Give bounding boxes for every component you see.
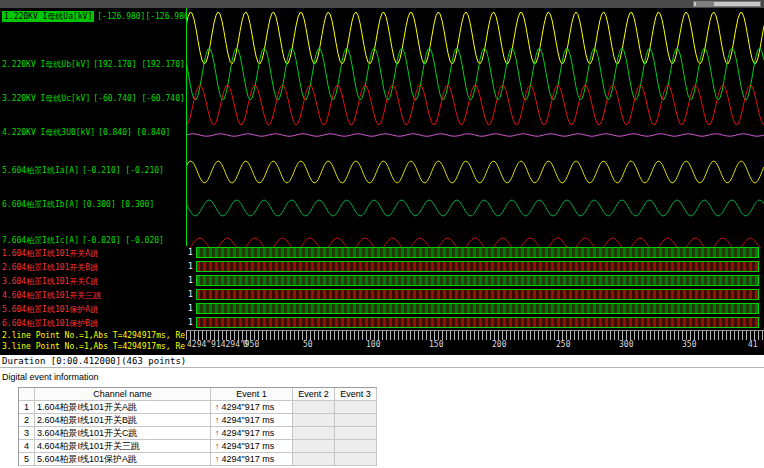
digital-channel-label[interactable]: 5.604柏景I线101保护A跳 bbox=[2, 304, 98, 315]
digital-channel-row[interactable]: 5.604柏景I线101保护A跳1 bbox=[0, 302, 764, 316]
channel-values: [0.300] [0.300] bbox=[82, 200, 154, 209]
analog-channel-row[interactable]: 4.220KV I母线3U0[kV][0.840] [0.840] bbox=[2, 127, 170, 139]
event-time: 4294"917 ms bbox=[222, 415, 275, 425]
channel-values: [-126.980][-126.980] bbox=[97, 12, 186, 21]
event2-cell[interactable] bbox=[293, 440, 335, 453]
event-time: 4294"917 ms bbox=[222, 402, 275, 412]
event3-cell[interactable] bbox=[335, 401, 377, 414]
digital-trace[interactable] bbox=[196, 303, 759, 314]
event-time: 4294"917 ms bbox=[222, 428, 275, 438]
event2-cell[interactable] bbox=[293, 453, 335, 466]
row-number: 3 bbox=[19, 427, 35, 440]
channel-name-cell[interactable]: 5.604柏景I线101保护A跳 bbox=[35, 453, 211, 466]
channel-label[interactable]: 4.220KV I母线3U0[kV] bbox=[2, 128, 95, 137]
event3-cell[interactable] bbox=[335, 427, 377, 440]
analog-channel-row[interactable]: 1.220KV I母线Ua[kV][-126.980][-126.980] bbox=[2, 11, 186, 23]
channel-values: [0.840] [0.840] bbox=[98, 128, 170, 137]
table-header-num bbox=[19, 388, 35, 401]
channel-values: [-60.740] [-60.740] bbox=[93, 94, 185, 103]
channel-label[interactable]: 3.220KV I母线Uc[kV] bbox=[2, 94, 90, 103]
digital-channel-row[interactable]: 3.604柏景I线101开关C跳1 bbox=[0, 274, 764, 288]
table-header-event2: Event 2 bbox=[293, 388, 335, 401]
timeline-prefix: 4294"914294"950 bbox=[187, 340, 259, 349]
event-table: Channel name Event 1 Event 2 Event 3 1 1… bbox=[18, 387, 377, 466]
analog-channel-row[interactable]: 5.604柏景I线Ia[A][-0.210] [-0.210] bbox=[2, 165, 164, 177]
row-number: 2 bbox=[19, 414, 35, 427]
digital-channel-label[interactable]: 6.604柏景I线101保护B跳 bbox=[2, 318, 98, 329]
digital-channel-label[interactable]: 2.604柏景I线101开关B跳 bbox=[2, 262, 98, 273]
cursor-status-line: 2.line Point No.=1,Abs T=4294917ms, Rel … bbox=[2, 331, 185, 340]
channel-name-cell[interactable]: 4.604柏景I线101开关三跳 bbox=[35, 440, 211, 453]
top-toolbar bbox=[0, 0, 764, 8]
channel-values: [-0.020] [-0.020] bbox=[82, 236, 164, 245]
duration-bar: Duration [0:00.412000](463 points) bbox=[0, 355, 764, 368]
timeline-tick: 250 bbox=[556, 340, 570, 349]
event1-cell[interactable]: ↑4294"917 ms bbox=[211, 427, 293, 440]
timeline-tick: 300 bbox=[619, 340, 633, 349]
event-time: 4294"917 ms bbox=[222, 454, 275, 464]
table-header-channel: Channel name bbox=[35, 388, 211, 401]
event-time: 4294"917 ms bbox=[222, 441, 275, 451]
timeline-tick: 350 bbox=[682, 340, 696, 349]
channel-values: [-0.210] [-0.210] bbox=[82, 166, 164, 175]
event1-cell[interactable]: ↑4294"917 ms bbox=[211, 440, 293, 453]
event1-cell[interactable]: ↑4294"917 ms bbox=[211, 453, 293, 466]
channel-label[interactable]: 5.604柏景I线Ia[A] bbox=[2, 166, 79, 175]
rising-edge-icon: ↑ bbox=[215, 428, 220, 438]
analog-channel-row[interactable]: 2.220KV I母线Ub[kV][192.170] [192.170] bbox=[2, 59, 185, 71]
timeline-tick: 150 bbox=[429, 340, 443, 349]
analog-channel-row[interactable]: 3.220KV I母线Uc[kV][-60.740] [-60.740] bbox=[2, 93, 185, 105]
digital-trace[interactable] bbox=[196, 247, 759, 258]
waveform-display-area[interactable]: 1.220KV I母线Ua[kV][-126.980][-126.980] 2.… bbox=[0, 8, 764, 355]
row-number: 5 bbox=[19, 453, 35, 466]
event3-cell[interactable] bbox=[335, 440, 377, 453]
timeline-tick: 200 bbox=[492, 340, 506, 349]
digital-trace[interactable] bbox=[196, 275, 759, 286]
channel-name-cell[interactable]: 3.604柏景I线101开关C跳 bbox=[35, 427, 211, 440]
channel-label[interactable]: 7.604柏景I线Ic[A] bbox=[2, 236, 79, 245]
analog-channel-row[interactable]: 6.604柏景I线Ib[A][0.300] [0.300] bbox=[2, 199, 154, 211]
digital-channel-row[interactable]: 4.604柏景I线101开关三跳1 bbox=[0, 288, 764, 302]
row-number: 1 bbox=[19, 401, 35, 414]
channel-name-cell[interactable]: 2.604柏景I线101开关B跳 bbox=[35, 414, 211, 427]
horizontal-scrollbar[interactable] bbox=[693, 1, 761, 7]
digital-channel-row[interactable]: 1.604柏景I线101开关A跳1 bbox=[0, 246, 764, 260]
row-number: 4 bbox=[19, 440, 35, 453]
digital-channel-label[interactable]: 4.604柏景I线101开关三跳 bbox=[2, 290, 101, 301]
digital-channel-row[interactable]: 6.604柏景I线101保护B跳1 bbox=[0, 316, 764, 330]
analog-waveform-plot[interactable] bbox=[186, 8, 764, 248]
waveform-analyzer-window: 1.220KV I母线Ua[kV][-126.980][-126.980] 2.… bbox=[0, 0, 764, 468]
timeline-tick: 41 bbox=[748, 340, 758, 349]
digital-channel-row[interactable]: 2.604柏景I线101开关B跳1 bbox=[0, 260, 764, 274]
rising-edge-icon: ↑ bbox=[215, 441, 220, 451]
digital-value: 1 bbox=[188, 304, 193, 313]
event3-cell[interactable] bbox=[335, 453, 377, 466]
event1-cell[interactable]: ↑4294"917 ms bbox=[211, 414, 293, 427]
digital-trace[interactable] bbox=[196, 289, 759, 300]
event2-cell[interactable] bbox=[293, 414, 335, 427]
timeline-tick: 100 bbox=[366, 340, 380, 349]
time-ruler[interactable] bbox=[186, 330, 764, 340]
channel-label[interactable]: 1.220KV I母线Ua[kV] bbox=[2, 11, 94, 22]
cursor-status-line: 3.line Point No.=1,Abs T=4294917ms, Rel … bbox=[2, 342, 185, 351]
scrollbar-thumb[interactable] bbox=[696, 2, 714, 6]
digital-value: 1 bbox=[188, 262, 193, 271]
digital-channel-label[interactable]: 3.604柏景I线101开关C跳 bbox=[2, 276, 98, 287]
channel-label[interactable]: 6.604柏景I线Ib[A] bbox=[2, 200, 79, 209]
digital-value: 1 bbox=[188, 276, 193, 285]
table-header-event1: Event 1 bbox=[211, 388, 293, 401]
event3-cell[interactable] bbox=[335, 414, 377, 427]
digital-channel-label[interactable]: 1.604柏景I线101开关A跳 bbox=[2, 248, 98, 259]
duration-text: Duration [0:00.412000](463 points) bbox=[2, 356, 186, 366]
channel-name-cell[interactable]: 1.604柏景I线101开关A跳 bbox=[35, 401, 211, 414]
event1-cell[interactable]: ↑4294"917 ms bbox=[211, 401, 293, 414]
rising-edge-icon: ↑ bbox=[215, 415, 220, 425]
channel-label[interactable]: 2.220KV I母线Ub[kV] bbox=[2, 60, 90, 69]
section-title: Digital event information bbox=[2, 372, 99, 382]
time-cursor-line[interactable] bbox=[186, 8, 187, 246]
event2-cell[interactable] bbox=[293, 427, 335, 440]
digital-value: 1 bbox=[188, 290, 193, 299]
event2-cell[interactable] bbox=[293, 401, 335, 414]
digital-trace[interactable] bbox=[196, 261, 759, 272]
digital-trace[interactable] bbox=[196, 317, 759, 328]
